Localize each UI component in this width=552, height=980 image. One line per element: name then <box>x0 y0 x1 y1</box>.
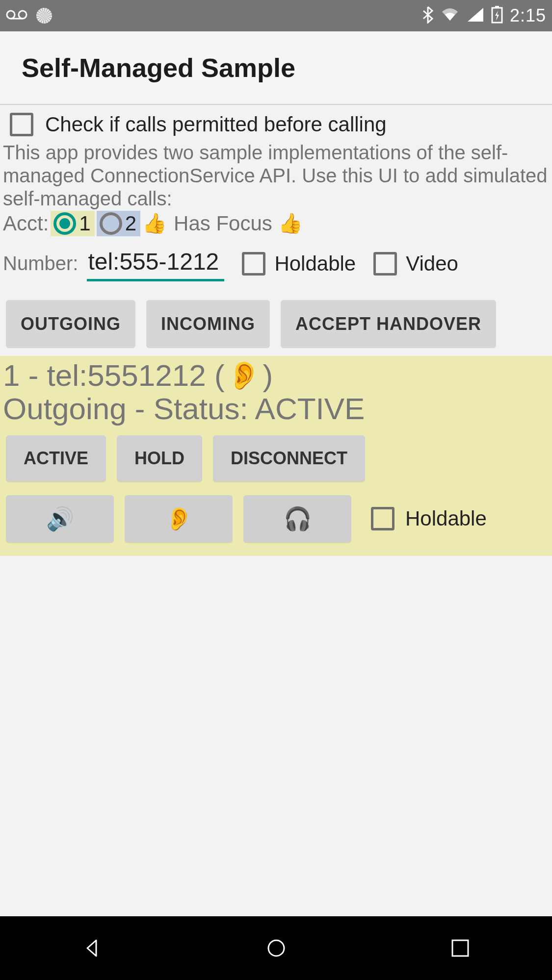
ear-icon: 👂 <box>227 360 261 391</box>
incoming-button[interactable]: INCOMING <box>146 300 270 348</box>
main-content: Check if calls permitted before calling … <box>0 105 552 556</box>
voicemail-icon <box>6 9 27 23</box>
status-bar-time: 2:15 <box>510 5 546 26</box>
acct-2-label: 2 <box>125 212 136 235</box>
nav-home-button[interactable] <box>262 933 291 963</box>
call-state-buttons: ACTIVE HOLD DISCONNECT <box>0 426 552 486</box>
nav-recent-button[interactable] <box>446 933 475 963</box>
status-bar: 2:15 <box>0 0 552 31</box>
check-permitted-checkbox[interactable] <box>10 113 33 136</box>
hold-button[interactable]: HOLD <box>117 435 202 481</box>
call-holdable-option: Holdable <box>371 507 487 530</box>
video-checkbox[interactable] <box>373 252 397 276</box>
cell-signal-icon <box>467 7 484 25</box>
acct-label: Acct: <box>3 212 49 235</box>
page-title: Self-Managed Sample <box>22 52 295 83</box>
call-line1-prefix: 1 - tel:5551212 ( <box>3 359 225 392</box>
nav-bar <box>0 916 552 980</box>
disconnect-button[interactable]: DISCONNECT <box>213 435 365 481</box>
number-label: Number: <box>3 252 78 275</box>
video-label: Video <box>406 252 458 276</box>
earpiece-button[interactable]: 👂 <box>125 495 233 542</box>
acct-option-2[interactable]: 2 <box>97 211 140 236</box>
action-bar: Self-Managed Sample <box>0 31 552 105</box>
audio-route-row: 🔊 👂 🎧 Holdable <box>0 486 552 547</box>
battery-charging-icon <box>491 6 503 25</box>
call-card: 1 - tel:5551212 ( 👂 ) Outgoing - Status:… <box>0 356 552 556</box>
call-info-line2: Outgoing - Status: ACTIVE <box>0 392 552 426</box>
holdable-option: Holdable <box>242 252 356 276</box>
thumbs-up-icon: 👍 <box>278 212 303 235</box>
acct-option-1[interactable]: 1 <box>51 211 94 236</box>
call-info-line1: 1 - tel:5551212 ( 👂 ) <box>0 359 552 392</box>
radio-unselected-icon <box>100 212 122 235</box>
thumbs-up-icon: 👍 <box>142 212 167 235</box>
outgoing-button[interactable]: OUTGOING <box>6 300 135 348</box>
number-row: Number: Holdable Video <box>0 236 552 286</box>
check-permitted-row: Check if calls permitted before calling <box>0 105 552 141</box>
ear-icon: 👂 <box>165 505 193 532</box>
bluetooth-icon <box>422 6 433 25</box>
holdable-checkbox[interactable] <box>242 252 265 276</box>
active-button[interactable]: ACTIVE <box>6 435 106 481</box>
check-permitted-label: Check if calls permitted before calling <box>45 113 387 136</box>
accept-handover-button[interactable]: ACCEPT HANDOVER <box>281 300 496 348</box>
status-bar-right: 2:15 <box>422 5 546 26</box>
call-holdable-label: Holdable <box>405 507 487 530</box>
status-bar-left <box>6 8 52 24</box>
wifi-icon <box>440 7 460 25</box>
headset-icon: 🎧 <box>284 505 312 532</box>
nav-back-button[interactable] <box>78 933 107 963</box>
svg-rect-4 <box>495 6 499 8</box>
speaker-icon: 🔊 <box>46 505 74 532</box>
number-input[interactable] <box>87 246 224 281</box>
svg-point-0 <box>7 11 15 19</box>
video-option: Video <box>373 252 458 276</box>
loading-spinner-icon <box>36 8 52 24</box>
headset-button[interactable]: 🎧 <box>243 495 351 542</box>
call-line1-suffix: ) <box>263 359 273 392</box>
speaker-button[interactable]: 🔊 <box>6 495 114 542</box>
description-text: This app provides two sample implementat… <box>0 141 552 211</box>
svg-rect-6 <box>452 940 468 956</box>
account-row: Acct: 1 2 👍 Has Focus 👍 <box>0 211 552 236</box>
holdable-label: Holdable <box>274 252 356 276</box>
radio-selected-icon <box>53 212 76 235</box>
call-buttons-row: OUTGOING INCOMING ACCEPT HANDOVER <box>0 286 552 356</box>
svg-point-1 <box>19 11 26 19</box>
call-holdable-checkbox[interactable] <box>371 507 394 530</box>
acct-1-label: 1 <box>79 212 90 235</box>
has-focus-label: Has Focus <box>174 212 272 235</box>
svg-point-5 <box>268 940 284 956</box>
